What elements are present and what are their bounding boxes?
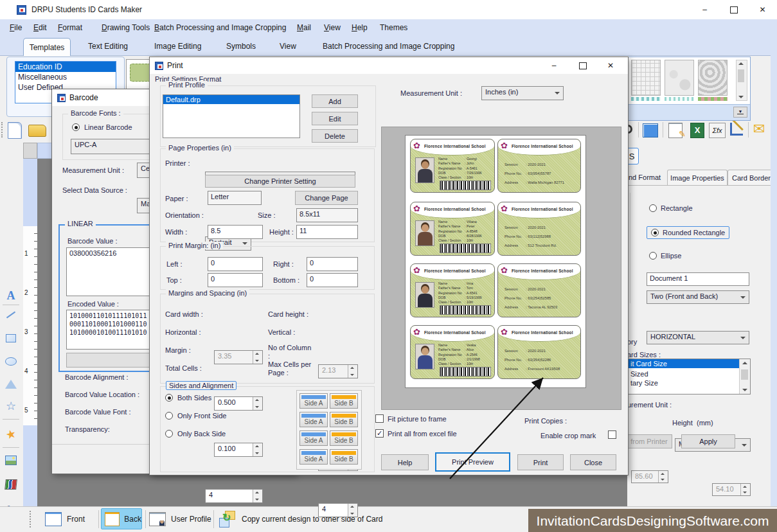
- print-preview-button[interactable]: Print Preview: [435, 452, 510, 472]
- side-a-button[interactable]: Side A: [299, 449, 328, 465]
- card-size-item[interactable]: tary Size: [628, 378, 750, 387]
- card-width-spinner[interactable]: 85.60: [631, 470, 668, 483]
- ellipse-tool-icon[interactable]: [3, 353, 19, 369]
- menu-drawing-tools[interactable]: Drawing Tools: [102, 23, 150, 32]
- edit-profile-button[interactable]: Edit: [312, 112, 358, 125]
- tab-text-editing[interactable]: Text Editing: [88, 42, 128, 51]
- menu-batch-processing[interactable]: Batch Processing and Image Cropping: [154, 23, 286, 32]
- menu-help[interactable]: Help: [352, 23, 368, 32]
- shape-option-rounded-rectangle[interactable]: Rounded Rectangle: [647, 226, 729, 239]
- checklist-edit-icon[interactable]: ✎: [668, 123, 683, 138]
- card-size-item[interactable]: Sized: [628, 369, 750, 378]
- excel-export-icon[interactable]: X: [690, 123, 704, 138]
- scroll-thumb[interactable]: [741, 369, 748, 380]
- spinner-buttons[interactable]: [253, 490, 262, 502]
- toolbar-drag-handle[interactable]: [30, 511, 31, 528]
- menu-format[interactable]: Format: [58, 23, 82, 32]
- tab-image-editing[interactable]: Image Editing: [154, 42, 201, 51]
- print-dialog-close[interactable]: ✕: [600, 58, 621, 73]
- triangle-tool-icon[interactable]: [3, 377, 19, 392]
- freeform-tool-icon[interactable]: ★: [3, 427, 19, 442]
- radio-rounded-rectangle[interactable]: [651, 229, 659, 236]
- size-field[interactable]: 8.5x11: [296, 208, 358, 222]
- height-field[interactable]: 11: [296, 225, 358, 239]
- tab-symbols[interactable]: Symbols: [226, 42, 256, 51]
- radio-only-front[interactable]: [165, 412, 173, 420]
- crop-mark-checkbox[interactable]: [608, 430, 616, 439]
- excel-checkbox[interactable]: ✓: [375, 429, 384, 438]
- tab-view[interactable]: View: [280, 42, 296, 51]
- listbox-scrollbar[interactable]: [739, 359, 750, 394]
- list-item-miscellaneous[interactable]: Miscellaneous: [15, 72, 116, 82]
- total-cells-spinner[interactable]: 4: [205, 489, 263, 503]
- side-a-button[interactable]: Side A: [299, 430, 328, 446]
- toolbar-drag-handle[interactable]: [1, 122, 3, 137]
- front-side-item[interactable]: Front: [45, 509, 96, 529]
- card-height-spinner[interactable]: 54.10: [712, 483, 751, 496]
- tab-batch-processing[interactable]: Batch Processing and Image Cropping: [323, 42, 454, 51]
- radio-both-sides[interactable]: [165, 394, 173, 402]
- document-name-input[interactable]: Document 1: [647, 272, 749, 286]
- margin-bottom-field[interactable]: 0: [307, 273, 358, 287]
- window-close-button[interactable]: ✕: [748, 0, 777, 19]
- menu-mail[interactable]: Mail: [297, 23, 311, 32]
- paper-field[interactable]: Letter: [208, 191, 262, 205]
- library-icon[interactable]: [3, 477, 19, 492]
- scroll-thumb[interactable]: [738, 69, 744, 82]
- menu-edit[interactable]: Edit: [33, 23, 47, 32]
- apply-button[interactable]: Apply: [681, 434, 735, 448]
- fit-picture-option[interactable]: Fit picture to frame: [375, 414, 447, 423]
- fit-picture-checkbox[interactable]: [375, 414, 384, 423]
- expand-gallery-button[interactable]: ▼: [733, 107, 747, 118]
- shape-option-ellipse[interactable]: Ellipse: [649, 252, 681, 260]
- margin-right-field[interactable]: 0: [307, 257, 358, 271]
- texture-scrollbar[interactable]: [736, 60, 747, 101]
- max-cells-spinner[interactable]: 4: [318, 503, 358, 517]
- window-minimize-button[interactable]: –: [690, 0, 719, 19]
- profile-item-default[interactable]: Default.drp: [163, 95, 299, 104]
- side-a-button[interactable]: Side A: [299, 393, 328, 409]
- both-sides-option[interactable]: Both Sides: [165, 394, 211, 402]
- card-height-spinner[interactable]: 2.13: [318, 364, 358, 378]
- rectangle-tool-icon[interactable]: [3, 330, 19, 346]
- image-tool-icon[interactable]: [3, 452, 19, 468]
- width-field[interactable]: 8.5: [208, 225, 263, 239]
- grid-tool-icon[interactable]: [643, 123, 658, 137]
- side-b-button[interactable]: Side B: [330, 393, 358, 409]
- card-width-spinner[interactable]: 3.35: [214, 350, 263, 364]
- menu-file[interactable]: File: [10, 23, 22, 32]
- texture-thumbnail-plain[interactable]: [665, 60, 694, 96]
- scroll-up-icon[interactable]: [742, 362, 747, 364]
- tab-card-border[interactable]: Card Border: [728, 170, 775, 186]
- side-b-button[interactable]: Side B: [330, 449, 358, 465]
- side-b-button[interactable]: Side B: [330, 412, 358, 427]
- print-button[interactable]: Print: [517, 454, 564, 470]
- sum-function-icon[interactable]: Σfx: [709, 123, 726, 138]
- tab-image-properties[interactable]: Image Properties: [667, 170, 728, 186]
- orientation-combo[interactable]: HORIZONTAL: [647, 331, 749, 344]
- user-profile-item[interactable]: User Profile: [149, 509, 220, 529]
- radio-linear-barcode[interactable]: [72, 123, 80, 131]
- spinner-buttons[interactable]: [348, 504, 357, 517]
- tab-format-clipped[interactable]: nd Format: [629, 173, 661, 181]
- close-button[interactable]: Close: [570, 454, 616, 470]
- spinner-buttons[interactable]: [658, 471, 668, 483]
- spinner-buttons[interactable]: [253, 351, 262, 364]
- print-profile-listbox[interactable]: Default.drp: [163, 94, 300, 138]
- card-size-item-selected[interactable]: it Card Size: [628, 359, 750, 368]
- open-folder-icon[interactable]: [28, 125, 46, 137]
- scroll-down-icon[interactable]: [742, 389, 747, 391]
- add-profile-button[interactable]: Add: [312, 94, 358, 108]
- texture-thumbnail-marble[interactable]: [698, 60, 728, 96]
- margin-top-field[interactable]: 0: [208, 273, 263, 287]
- only-back-side-option[interactable]: Only Back Side: [165, 430, 226, 438]
- window-maximize-button[interactable]: [719, 0, 748, 19]
- spinner-buttons[interactable]: [740, 484, 750, 495]
- radio-rectangle[interactable]: [649, 204, 657, 212]
- list-item-education-id[interactable]: Education ID: [15, 62, 116, 72]
- star-tool-icon[interactable]: ☆: [3, 398, 19, 414]
- print-dialog-maximize[interactable]: [572, 58, 594, 73]
- change-page-button[interactable]: Change Page: [295, 191, 358, 205]
- help-button[interactable]: Help: [381, 454, 429, 470]
- print-from-excel-option[interactable]: ✓ Print all from excel file: [375, 429, 457, 438]
